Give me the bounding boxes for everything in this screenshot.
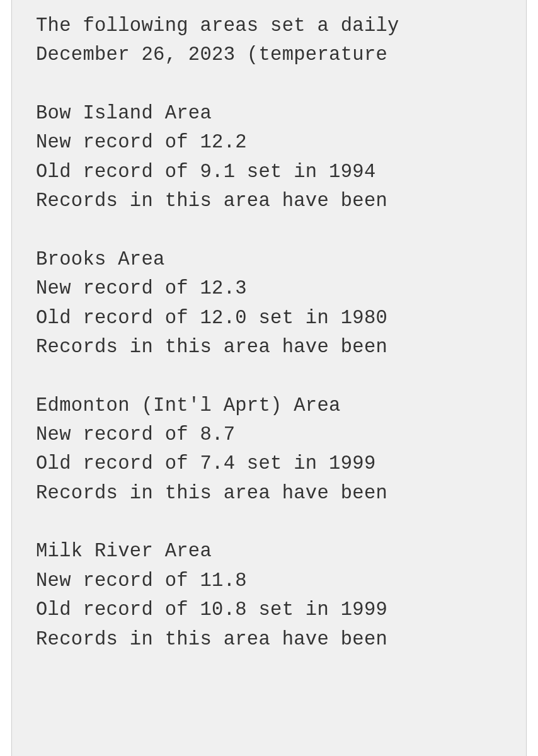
area-name: Milk River Area — [36, 541, 212, 562]
old-record: Old record of 7.4 set in 1999 — [36, 453, 376, 474]
old-record: Old record of 12.0 set in 1980 — [36, 307, 387, 329]
new-record: New record of 12.2 — [36, 132, 247, 153]
new-record: New record of 12.3 — [36, 278, 247, 299]
records-note: Records in this area have been — [36, 483, 387, 504]
records-note: Records in this area have been — [36, 190, 387, 212]
area-name: Edmonton (Int'l Aprt) Area — [36, 395, 341, 416]
area-name: Brooks Area — [36, 249, 165, 270]
new-record: New record of 11.8 — [36, 570, 247, 592]
records-note: Records in this area have been — [36, 336, 387, 358]
document-container: The following areas set a daily December… — [11, 0, 527, 756]
header-line-1: The following areas set a daily — [36, 15, 399, 37]
old-record: Old record of 9.1 set in 1994 — [36, 161, 376, 183]
document-content: The following areas set a daily December… — [36, 11, 526, 654]
area-name: Bow Island Area — [36, 103, 212, 124]
records-note: Records in this area have been — [36, 629, 387, 650]
old-record: Old record of 10.8 set in 1999 — [36, 599, 387, 621]
header-line-2: December 26, 2023 (temperature — [36, 44, 387, 66]
new-record: New record of 8.7 — [36, 424, 235, 445]
